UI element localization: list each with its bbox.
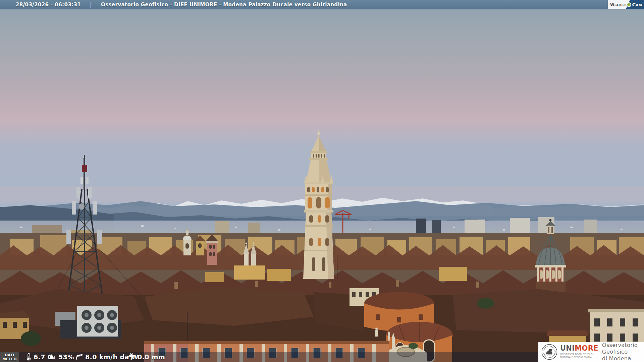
unimore-seal-icon xyxy=(541,344,557,360)
camera-title: Osservatorio Geofisico - DIEF UNIMORE - … xyxy=(101,2,347,8)
weathercam-logo[interactable]: Weather Cam xyxy=(608,0,644,9)
rain-reading: 0.0 mm xyxy=(127,352,165,362)
lens-icon xyxy=(627,2,631,7)
humidity-drops-icon xyxy=(49,353,56,361)
webcam-frame: 28/03/2026 - 06:03:31 | Osservatorio Geo… xyxy=(0,0,644,362)
unimore-footer-logo[interactable]: UNIMORE UNIVERSITÀ DEGLI STUDI DI MODENA… xyxy=(538,342,644,362)
unimore-uni-text: UNI xyxy=(560,344,575,352)
top-bar: 28/03/2026 - 06:03:31 | Osservatorio Geo… xyxy=(0,0,644,9)
title-separator: | xyxy=(90,2,92,8)
dati-meteo-label: DATI METEO xyxy=(0,352,19,362)
observatory-name: Osservatorio Geofisico di Modena xyxy=(602,342,644,362)
temperature-reading: 6.7 C xyxy=(26,352,52,362)
windsock-icon xyxy=(74,353,83,361)
humidity-reading: 53% xyxy=(49,352,74,362)
umbrella-icon xyxy=(127,353,136,361)
thermometer-icon xyxy=(26,353,32,361)
unimore-more-text: MORE xyxy=(575,344,598,352)
weathercam-cam-label: Cam xyxy=(632,0,642,9)
unimore-wordmark: UNIMORE UNIVERSITÀ DEGLI STUDI DI MODENA… xyxy=(560,345,598,359)
university-subtitle-line1: UNIVERSITÀ DEGLI STUDI DI xyxy=(560,353,598,356)
city-panorama-photo xyxy=(0,0,644,362)
university-subtitle-line2: MODENA E REGGIO EMILIA xyxy=(560,356,598,359)
timestamp: 28/03/2026 - 06:03:31 xyxy=(16,2,81,8)
